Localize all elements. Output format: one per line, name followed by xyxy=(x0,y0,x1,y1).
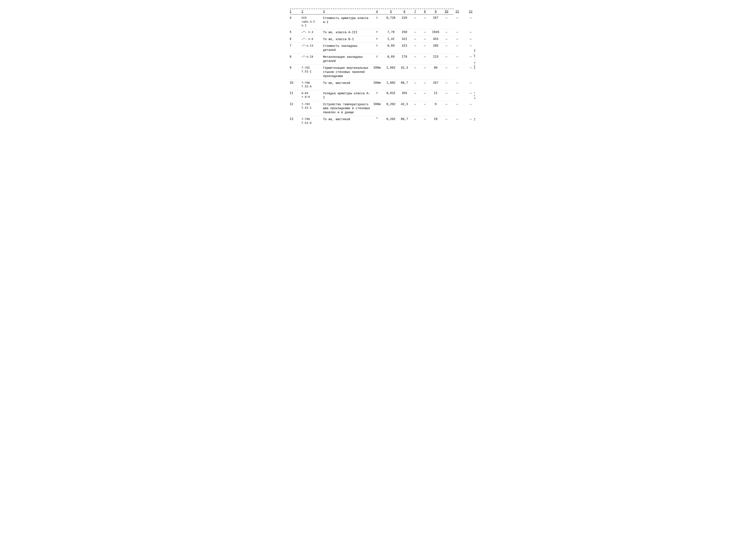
row-val12: — xyxy=(463,30,475,34)
row-val5: I,882 xyxy=(384,81,399,85)
page-container: I 2 3 4 5 6 7 8 9 IO II I2 п.п. 4 ССП та… xyxy=(290,9,467,126)
row-description: Устройство температурного шва прокладкам… xyxy=(323,102,370,115)
row-val8: — xyxy=(420,16,430,20)
row-val11: — xyxy=(451,30,463,34)
row-description: То же, мастикой xyxy=(323,117,370,122)
row-num: 5 xyxy=(290,30,302,34)
col-header-6: 6 xyxy=(399,10,411,14)
row-unit: т xyxy=(370,92,384,95)
row-ref: —"-п.I8 xyxy=(302,55,323,59)
col-header-11: II xyxy=(451,10,463,14)
annotation-1: 80I–9 – 20°.84 xyxy=(473,26,475,69)
col-header-7: 7 xyxy=(411,10,420,14)
row-val7: — xyxy=(411,117,420,121)
row-val8: — xyxy=(420,66,430,70)
row-unit: т xyxy=(370,30,384,34)
row-val8: — xyxy=(420,92,430,95)
row-val6: 88,7 xyxy=(399,117,411,121)
row-val8: — xyxy=(420,102,430,106)
row-val10: — xyxy=(442,117,451,121)
row-val9: 285 xyxy=(430,44,442,47)
row-val9: I23 xyxy=(430,55,442,58)
row-val5: 7,78 xyxy=(384,30,399,34)
row-val7: — xyxy=(411,66,420,70)
table-row: 6 —"– п.6 То же, класса В-I т I,4I 32I —… xyxy=(290,36,453,43)
col-header-10: IO xyxy=(442,10,451,14)
row-description: Герметизация вертикальных стыков стеновы… xyxy=(323,66,370,78)
row-val6: 250 xyxy=(399,30,411,34)
row-description: То же, класса В-I xyxy=(323,37,370,42)
col-header-8: 8 xyxy=(420,10,430,14)
row-val6: 42,3 xyxy=(399,66,411,70)
row-val11: — xyxy=(451,92,463,95)
row-val12: — xyxy=(463,44,475,47)
row-val7: — xyxy=(411,44,420,47)
row-ref: 7–70I Т.5I–I xyxy=(302,102,323,110)
row-val7: — xyxy=(411,102,420,106)
annotation-3: I4 xyxy=(473,108,475,121)
row-val10: — xyxy=(442,44,451,47)
annotation-2: А–I I xyxy=(473,82,475,99)
table-row: 5 —"– п.3 То же, класса А-III т 7,78 250… xyxy=(290,29,453,36)
table-row: I2 7–70I Т.5I–I Устройство температурног… xyxy=(290,101,453,116)
row-val12: — xyxy=(463,81,475,85)
row-num: 9 xyxy=(290,66,302,70)
row-ref: ССП табл.3-I п.I xyxy=(302,16,323,28)
row-description: То же, класса А-III xyxy=(323,30,370,35)
table-row: I3 7–706 Т.5I–6 То же, мастикой " 0,202 … xyxy=(290,116,453,126)
row-num: 8 xyxy=(290,55,302,58)
row-val9: I67 xyxy=(430,16,442,20)
row-val5: 0,69 xyxy=(384,55,399,58)
row-val6: 229 xyxy=(399,16,411,20)
table-row: 9 7–70I Т.5I–I Герметизация вертикальных… xyxy=(290,65,453,80)
row-val6: 42,3 xyxy=(399,102,411,106)
row-val12: — xyxy=(463,92,475,95)
row-val6: 355 xyxy=(399,92,411,95)
row-num: 7 xyxy=(290,44,302,47)
row-val11: — xyxy=(451,16,463,20)
row-val10: — xyxy=(442,37,451,41)
table-row: 8 —"-п.I8 Металлизация закладных деталей… xyxy=(290,54,453,65)
row-val9: 9 xyxy=(430,102,442,106)
table-row: IO 7–706 Т.5I–6 То же, мастикой I00м I,8… xyxy=(290,80,453,90)
row-val6: 4I3 xyxy=(399,44,411,47)
row-ref: 7–70I Т.5I–I xyxy=(302,66,323,73)
col-header-1: I xyxy=(290,10,302,14)
row-val10: — xyxy=(442,66,451,70)
col-header-5: 5 xyxy=(384,10,399,14)
row-val11: — xyxy=(451,117,463,121)
row-description: Металлизация закладных деталей xyxy=(323,55,370,63)
row-val5: 0,69 xyxy=(384,44,399,47)
header-row: I 2 3 4 5 6 7 8 9 IO II I2 п.п. xyxy=(290,9,453,14)
row-val10: — xyxy=(442,16,451,20)
row-val7: — xyxy=(411,30,420,34)
row-ref: —"– п.6 xyxy=(302,37,323,41)
row-val9: I945 xyxy=(430,30,442,34)
row-val7: — xyxy=(411,55,420,58)
row-val11: — xyxy=(451,66,463,70)
row-description: Стоимость арматуры класса А-I xyxy=(323,16,370,24)
row-num: II xyxy=(290,92,302,95)
row-num: IO xyxy=(290,81,302,85)
right-annotations: 80I–9 – 20°.84 А–I I I4 20I96–02 xyxy=(473,26,475,135)
row-val8: — xyxy=(420,81,430,85)
row-val5: I,4I xyxy=(384,37,399,41)
row-val6: 32I xyxy=(399,37,411,41)
col-header-2: 2 xyxy=(302,10,323,14)
row-unit: " xyxy=(370,117,384,121)
row-val10: — xyxy=(442,55,451,58)
row-val11: — xyxy=(451,102,463,106)
row-num: I2 xyxy=(290,102,302,106)
row-val12: — xyxy=(463,117,475,121)
row-val11: — xyxy=(451,44,463,47)
row-val9: 453 xyxy=(430,37,442,41)
row-ref: —"-п.I3 xyxy=(302,44,323,48)
row-ref: 7–706 Т.5I–6 xyxy=(302,117,323,125)
row-val7: — xyxy=(411,16,420,20)
row-unit: т xyxy=(370,44,384,47)
row-val6: 88,7 xyxy=(399,81,411,85)
row-val5: 0,202 xyxy=(384,117,399,121)
table-row: II 6–84 т.9–8 Укладка арматуры класса А-… xyxy=(290,90,453,101)
row-val12: — xyxy=(463,102,475,106)
row-val10: — xyxy=(442,92,451,95)
